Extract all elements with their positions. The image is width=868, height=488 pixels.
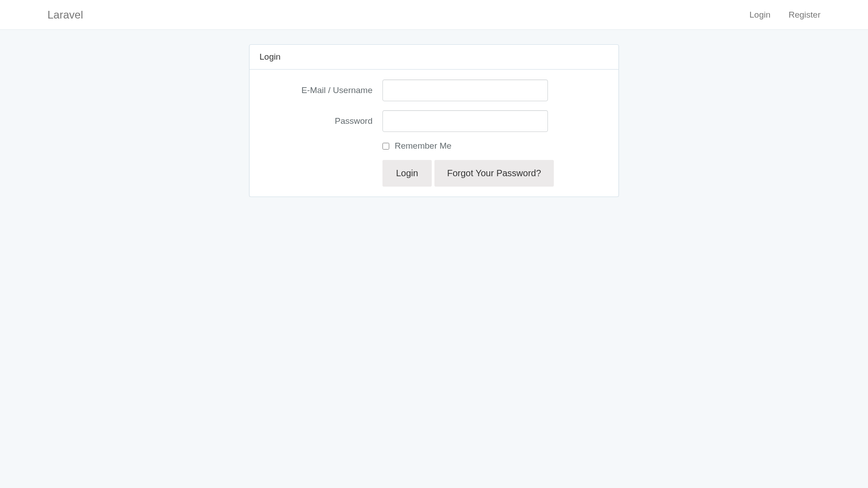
nav-link-login[interactable]: Login [750,10,771,20]
forgot-password-link[interactable]: Forgot Your Password? [434,160,554,187]
navbar-nav: Login Register [750,10,821,20]
password-label: Password [259,116,382,126]
nav-link-register[interactable]: Register [788,10,821,20]
remember-checkbox[interactable] [382,143,389,150]
navbar: Laravel Login Register [0,0,868,30]
remember-label[interactable]: Remember Me [395,141,452,151]
main-container: Login E-Mail / Username Password Remembe… [249,44,619,197]
form-group-remember: Remember Me [259,141,609,151]
panel-body: E-Mail / Username Password Remember Me L… [250,70,618,197]
checkbox-wrapper: Remember Me [382,141,452,151]
button-row: Login Forgot Your Password? [382,160,609,187]
form-group-password: Password [259,110,609,132]
form-group-email: E-Mail / Username [259,80,609,101]
email-label: E-Mail / Username [259,85,382,95]
password-input[interactable] [382,110,548,132]
panel-heading: Login [250,45,618,70]
login-button[interactable]: Login [382,160,432,187]
navbar-brand[interactable]: Laravel [47,9,83,21]
email-input[interactable] [382,80,548,101]
login-panel: Login E-Mail / Username Password Remembe… [249,44,619,197]
